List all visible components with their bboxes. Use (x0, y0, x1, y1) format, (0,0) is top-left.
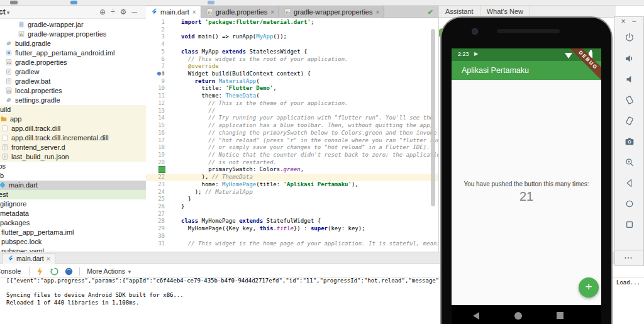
project-tree: gradle-wrapper.jargradle-wrapper.propert… (0, 19, 146, 252)
editor-tab-gradle-properties[interactable]: gradle.properties× (201, 6, 279, 18)
tree-item-test[interactable]: test (0, 190, 146, 199)
line-number: 6 (146, 56, 165, 64)
close-icon[interactable]: × (270, 9, 274, 16)
tree-item-gradle-wrapper-properties[interactable]: gradle-wrapper.properties (0, 30, 146, 39)
tree-item--packages[interactable]: .packages (0, 218, 146, 228)
run-tab-main-dart[interactable]: main.dart× (2, 253, 55, 264)
back-icon[interactable] (624, 177, 635, 189)
line-number: 28 (146, 218, 165, 225)
rotate-right-icon[interactable] (624, 115, 635, 126)
code-line-28: 28class MyHomePage extends StatefulWidge… (146, 218, 438, 225)
props-icon (18, 30, 25, 38)
tree-item-gradlew-bat[interactable]: gradlew.bat (0, 77, 146, 86)
line-number: 4 (146, 41, 165, 48)
close-icon[interactable]: × (47, 255, 50, 262)
tree-item--metadata[interactable]: .metadata (0, 209, 146, 218)
nav-back-button[interactable] (473, 312, 479, 320)
tree-item-label: app.dill.track.dill.incremental.dill (11, 134, 109, 142)
tree-item-app[interactable]: app (0, 115, 146, 124)
props-icon (5, 59, 13, 66)
tree-item-app-dill-track-dill[interactable]: app.dill.track.dill (0, 124, 146, 133)
toolbar-partial-icon (10, 1, 18, 4)
nav-home-button[interactable] (514, 312, 522, 320)
code-line-31: 31 // This widget is the home page of yo… (146, 240, 438, 248)
more-actions-button[interactable]: More Actions ▼ (87, 267, 132, 275)
editor-scrollbar[interactable] (431, 29, 435, 206)
tree-item-gradle-wrapper-jar[interactable]: gradle-wrapper.jar (0, 20, 146, 30)
code-line-25: 25 } (146, 196, 438, 203)
tree-item-label: .gitignore (0, 200, 26, 208)
tree-item--gitignore[interactable]: .gitignore (0, 199, 146, 209)
wifi-icon (565, 53, 572, 59)
tree-item-frontend-server-d[interactable]: frontend_server.d (0, 143, 146, 152)
code-line-13: 13 // (146, 108, 438, 115)
power-icon[interactable] (624, 32, 635, 43)
flutter-run-icon[interactable] (64, 266, 74, 277)
console-output[interactable]: [{"event":"app.progress","params":{"appI… (6, 277, 439, 307)
tree-item-label: .packages (0, 219, 30, 226)
tree-item-flutter-app-pertama-iml[interactable]: flutter_app_pertama.iml (0, 228, 146, 237)
hot-reload-icon[interactable] (35, 266, 45, 277)
screenshot-icon[interactable] (624, 136, 635, 147)
console-tab[interactable]: Console (0, 265, 26, 277)
code-line-14: 14 // Try running your application with … (146, 115, 438, 122)
tree-item-app-dill-track-dill-incremental-dill[interactable]: app.dill.track.dill.incremental.dill (0, 133, 146, 143)
tree-item-main-dart[interactable]: main.dart (0, 181, 146, 190)
code-line-18: 18 // or simply save your changes to "ho… (146, 144, 438, 152)
tree-item-build[interactable]: build (0, 105, 146, 115)
tree-item-pubspec-lock[interactable]: pubspec.lock (0, 237, 146, 247)
minimize-icon[interactable]: − (632, 17, 643, 26)
volume-down-icon[interactable] (624, 74, 635, 85)
close-icon[interactable]: × (375, 9, 379, 16)
tree-item-local-properties[interactable]: local.properties (0, 86, 146, 96)
close-icon[interactable]: × (621, 17, 631, 26)
tree-item-gradle-properties[interactable]: gradle.properties (0, 58, 146, 67)
nav-overview-button[interactable] (557, 312, 564, 319)
tree-item-flutter-app-pertama-android-iml[interactable]: flutter_app_pertama_android.iml (0, 48, 146, 58)
hot-restart-icon[interactable] (49, 266, 60, 277)
tree-item-label: pubspec.lock (1, 238, 42, 245)
tree-item-last-build-run-json[interactable]: last_build_run.json (0, 152, 146, 162)
emulator-toolbar: ×− (614, 16, 644, 266)
volume-up-icon[interactable] (624, 53, 635, 64)
code-line-2: 2 (146, 26, 438, 34)
toolbar-partial-icon (70, 1, 77, 4)
inspections-ok-icon[interactable]: ✔ (428, 8, 433, 16)
file-icon (1, 125, 9, 132)
code-line-27: 27 (146, 211, 438, 218)
fab-add-button[interactable]: + (579, 277, 599, 298)
tab-whats-new[interactable]: What's New (480, 6, 530, 17)
rotate-left-icon[interactable] (624, 94, 635, 106)
counter-value: 21 (452, 189, 601, 204)
tree-item-label: ios (0, 162, 6, 170)
editor-tab-main-dart[interactable]: main.dart× (146, 6, 201, 18)
project-view-selector[interactable]: Project (0, 8, 6, 16)
color-swatch-green[interactable] (158, 166, 165, 173)
override-marker-icon[interactable] (157, 70, 166, 77)
zoom-icon[interactable] (624, 157, 635, 168)
tree-item-lib[interactable]: lib (0, 171, 146, 181)
code-editor[interactable]: 1import 'package:flutter/material.dart';… (146, 18, 438, 252)
tree-item-gradlew[interactable]: gradlew (0, 67, 146, 77)
phone-camera (472, 28, 478, 35)
tree-item-label: test (0, 191, 8, 198)
tab-label: gradle-wrapper.properties (294, 8, 372, 16)
phone-screen: 2:23 ▶ DEBUG Aplikasi Pertamaku You have… (452, 48, 601, 324)
close-icon[interactable]: × (192, 9, 196, 16)
project-panel-actions[interactable]: ⊕÷⚙─ (99, 6, 142, 18)
tree-item-pubspec-yaml[interactable]: pubspec.yaml (0, 247, 146, 252)
overview-icon[interactable] (624, 219, 635, 230)
home-icon[interactable] (624, 198, 635, 209)
code-line-12: 12 // This is the theme of your applicat… (146, 100, 438, 108)
code-line-9: 9 return MaterialApp( (146, 78, 438, 86)
editor-tab-gradle-wrapper-properties[interactable]: gradle-wrapper.properties× (279, 6, 384, 18)
tree-item-settings-gradle[interactable]: settings.gradle (0, 96, 146, 105)
tab-assistant[interactable]: Assistant (439, 6, 480, 17)
tree-item-ios[interactable]: ios (0, 162, 146, 171)
tree-item-build-gradle[interactable]: build.gradle (0, 39, 146, 48)
emulator-more-button[interactable] (614, 250, 644, 266)
line-number: 29 (146, 225, 165, 233)
code-line-3: 3void main() => runApp(MyApp()); (146, 33, 438, 41)
code-line-10: 10 title: 'Flutter Demo', (146, 85, 438, 92)
tree-item-label: lib (0, 172, 4, 179)
